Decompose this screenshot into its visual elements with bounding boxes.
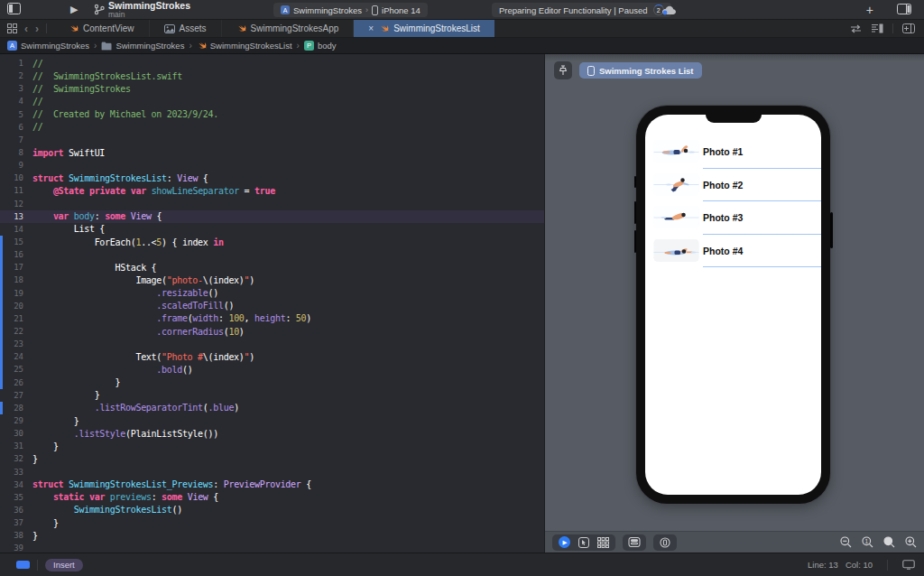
line-number[interactable]: 13 xyxy=(0,212,32,221)
code-line-33[interactable]: 33 xyxy=(0,466,544,478)
code-line-35[interactable]: 35 static var previews: some View { xyxy=(0,491,544,504)
code-line-9[interactable]: 9 xyxy=(0,159,544,172)
code-line-16[interactable]: 16 xyxy=(0,248,544,261)
line-number[interactable]: 24 xyxy=(0,352,32,361)
line-number[interactable]: 25 xyxy=(0,365,32,374)
code-line-13[interactable]: 13 var body: some View { xyxy=(0,210,544,223)
line-number[interactable]: 3 xyxy=(0,84,32,93)
editor-layout-icon[interactable] xyxy=(897,4,911,14)
code-line-26[interactable]: 26 } xyxy=(0,376,544,389)
pin-preview-button[interactable] xyxy=(554,61,572,79)
add-tab-button[interactable]: + xyxy=(866,2,873,18)
add-editor-icon[interactable] xyxy=(902,23,915,33)
code-line-38[interactable]: 38} xyxy=(0,529,544,542)
breadcrumb-item-body[interactable]: Pbody xyxy=(304,41,337,51)
breadcrumb-item-SwimmingStrokesList[interactable]: SwimmingStrokesList xyxy=(197,41,292,51)
run-button[interactable]: ▶ xyxy=(70,4,78,15)
line-number[interactable]: 29 xyxy=(0,416,32,425)
line-number[interactable]: 22 xyxy=(0,327,32,336)
line-number[interactable]: 21 xyxy=(0,314,32,323)
line-number[interactable]: 2 xyxy=(0,71,32,80)
line-number[interactable]: 18 xyxy=(0,275,32,284)
code-line-36[interactable]: 36 SwimmingStrokesList() xyxy=(0,504,544,516)
activity-viewer[interactable]: Preparing Editor Functionality | Paused … xyxy=(492,3,671,17)
live-preview-button[interactable]: ▶ xyxy=(559,536,570,548)
tab-SwimmingStrokesApp[interactable]: SwimmingStrokesApp xyxy=(222,20,355,37)
line-number[interactable]: 31 xyxy=(0,441,32,451)
line-number[interactable]: 10 xyxy=(0,173,32,182)
code-line-23[interactable]: 23 xyxy=(0,338,544,350)
line-number[interactable]: 16 xyxy=(0,250,32,259)
line-number[interactable]: 30 xyxy=(0,429,32,438)
line-number[interactable]: 26 xyxy=(0,378,32,387)
code-line-32[interactable]: 32} xyxy=(0,452,544,465)
color-scheme-button[interactable] xyxy=(653,534,677,551)
line-number[interactable]: 19 xyxy=(0,289,32,298)
code-line-11[interactable]: 11 @State private var showLineSeparator … xyxy=(0,184,544,197)
line-number[interactable]: 9 xyxy=(0,161,32,170)
code-line-7[interactable]: 7 xyxy=(0,134,544,146)
code-line-20[interactable]: 20 .scaledToFill() xyxy=(0,300,544,312)
line-number[interactable]: 23 xyxy=(0,339,32,348)
close-tab-icon[interactable]: × xyxy=(368,23,374,33)
code-line-34[interactable]: 34struct SwimmingStrokesList_Previews: P… xyxy=(0,478,544,491)
zoom-in-icon[interactable] xyxy=(905,536,917,548)
zoom-100-icon[interactable]: 1 xyxy=(862,536,873,548)
zoom-fit-icon[interactable] xyxy=(883,536,895,548)
list-row-photo-#4[interactable]: Photo #4 xyxy=(645,235,821,268)
line-number[interactable]: 15 xyxy=(0,237,32,246)
list-row-photo-#3[interactable]: Photo #3 xyxy=(645,201,821,235)
tab-SwimmingStrokesList[interactable]: ×SwimmingStrokesList xyxy=(354,20,494,37)
breadcrumb-item-SwimmingStrokes[interactable]: SwimmingStrokes xyxy=(101,41,184,51)
preview-target-chip[interactable]: Swimming Strokes List xyxy=(579,62,702,79)
line-number[interactable]: 5 xyxy=(0,110,32,119)
tab-ContentView[interactable]: ContentView xyxy=(54,20,150,37)
tab-overview-icon[interactable] xyxy=(7,23,17,33)
code-line-39[interactable]: 39 xyxy=(0,542,544,553)
code-line-22[interactable]: 22 .cornerRadius(10) xyxy=(0,325,544,338)
line-number[interactable]: 7 xyxy=(0,135,32,144)
variants-icon[interactable] xyxy=(597,537,609,548)
line-number[interactable]: 37 xyxy=(0,518,32,527)
code-line-29[interactable]: 29 } xyxy=(0,414,544,427)
code-line-17[interactable]: 17 HStack { xyxy=(0,261,544,274)
code-line-18[interactable]: 18 Image("photo-\(index)") xyxy=(0,274,544,286)
list-row-photo-#2[interactable]: Photo #2 xyxy=(645,169,821,202)
line-number[interactable]: 6 xyxy=(0,123,32,132)
line-number[interactable]: 12 xyxy=(0,200,32,209)
selectable-preview-icon[interactable] xyxy=(578,537,589,548)
line-number[interactable]: 32 xyxy=(0,454,32,463)
code-line-24[interactable]: 24 Text("Photo #\(index)") xyxy=(0,350,544,363)
code-line-8[interactable]: 8import SwiftUI xyxy=(0,146,544,159)
line-number[interactable]: 33 xyxy=(0,468,32,477)
breadcrumb-item-SwimmingStrokes[interactable]: ASwimmingStrokes xyxy=(7,41,89,51)
back-button[interactable]: ‹ xyxy=(24,23,28,34)
code-line-1[interactable]: 1// xyxy=(0,57,544,70)
navigator-toggle-icon[interactable] xyxy=(7,3,21,14)
code-line-25[interactable]: 25 .bold() xyxy=(0,363,544,376)
code-line-2[interactable]: 2// SwimmingStrokesList.swift xyxy=(0,70,544,82)
source-editor[interactable]: 1//2// SwimmingStrokesList.swift3// Swim… xyxy=(0,54,545,553)
line-number[interactable]: 8 xyxy=(0,148,32,157)
line-number[interactable]: 35 xyxy=(0,493,32,502)
line-number[interactable]: 28 xyxy=(0,404,32,413)
line-number[interactable]: 17 xyxy=(0,263,32,272)
line-number[interactable]: 38 xyxy=(0,531,32,540)
zoom-out-icon[interactable] xyxy=(840,536,852,548)
code-line-27[interactable]: 27 } xyxy=(0,389,544,402)
code-line-6[interactable]: 6// xyxy=(0,121,544,134)
minimap-icon[interactable] xyxy=(871,23,883,33)
code-line-14[interactable]: 14 List { xyxy=(0,223,544,236)
line-number[interactable]: 27 xyxy=(0,391,32,400)
line-number[interactable]: 11 xyxy=(0,186,32,195)
tab-Assets[interactable]: Assets xyxy=(150,20,222,37)
code-line-15[interactable]: 15 ForEach(1..<5) { index in xyxy=(0,236,544,248)
code-line-3[interactable]: 3// SwimmingStrokes xyxy=(0,82,544,95)
scheme-selector[interactable]: A SwimmingStrokes › iPhone 14 xyxy=(273,3,428,17)
code-line-37[interactable]: 37 } xyxy=(0,516,544,529)
code-line-28[interactable]: 28 .listRowSeparatorTint(.blue) xyxy=(0,402,544,414)
line-number[interactable]: 4 xyxy=(0,97,32,106)
list-row-photo-#1[interactable]: Photo #1 xyxy=(645,135,821,169)
line-number[interactable]: 39 xyxy=(0,543,32,553)
line-number[interactable]: 1 xyxy=(0,59,32,68)
